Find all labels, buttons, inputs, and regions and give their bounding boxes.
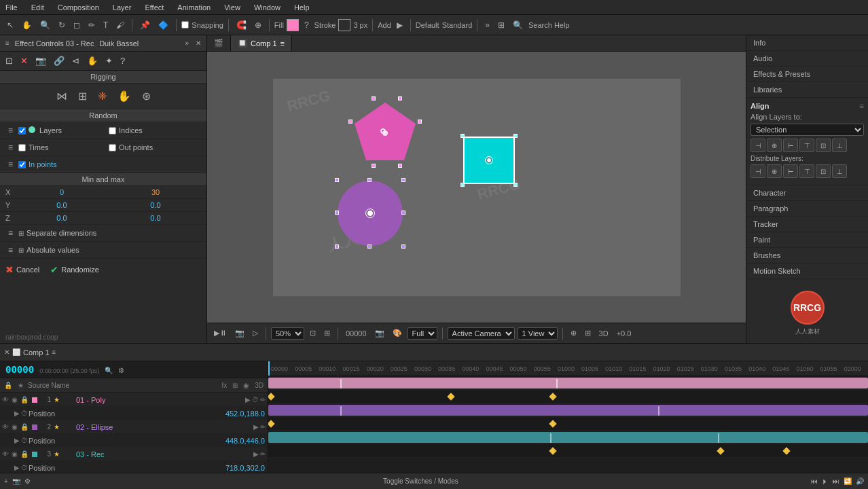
times-checkbox[interactable]: [18, 144, 26, 151]
inpoints-menu[interactable]: ≡: [5, 158, 16, 170]
viewer-ram-preview[interactable]: ▷: [250, 327, 261, 339]
rigging-icon-connector[interactable]: ⊛: [139, 88, 154, 105]
search-btn[interactable]: 🔍: [510, 19, 526, 31]
tool-roto[interactable]: 🔷: [156, 19, 171, 31]
paint-panel-item[interactable]: Paint: [746, 232, 868, 248]
workspace-icon[interactable]: ⊞: [495, 19, 507, 31]
layer-3-expand[interactable]: ▶: [253, 450, 259, 458]
comp-tab-comp1[interactable]: 🔲 Comp 1 ≡: [231, 35, 292, 51]
viewer-color-btn[interactable]: 🎨: [390, 327, 405, 339]
tool-brush[interactable]: 🖌: [113, 19, 127, 31]
rigging-icon-hand2[interactable]: ✋: [114, 88, 134, 105]
layer-3-position-value[interactable]: 718.0,302.0: [225, 464, 265, 472]
layer-1-solo[interactable]: ◉: [11, 396, 18, 403]
panel-expand-btn[interactable]: »: [183, 39, 190, 47]
tool-puppet[interactable]: 📌: [137, 19, 153, 31]
layer-2-lock[interactable]: 🔒: [20, 423, 29, 431]
layer-2-solo[interactable]: ◉: [11, 423, 18, 431]
align-bottom-btn[interactable]: ⊥: [832, 139, 847, 152]
align-center-v-btn[interactable]: ⊡: [816, 139, 831, 152]
rigging-icon-ik[interactable]: ⊞: [75, 88, 90, 105]
viewer-timecode-offset[interactable]: +0.0: [614, 328, 634, 339]
plugin-icon-help[interactable]: ?: [117, 54, 128, 67]
fill-info[interactable]: ?: [302, 19, 312, 31]
audio-panel-item[interactable]: Audio: [746, 51, 868, 67]
layer-2-pos-icon[interactable]: ⏱: [20, 437, 29, 444]
comp-tab-menu[interactable]: ≡: [281, 39, 285, 48]
paragraph-panel-item[interactable]: Paragraph: [746, 201, 868, 217]
dist-center-h-btn[interactable]: ⊕: [767, 164, 782, 178]
layers-checkbox[interactable]: [18, 127, 26, 134]
tool-pen[interactable]: ✏: [86, 19, 98, 31]
layer-motion-btn[interactable]: ⊞: [231, 381, 239, 390]
timeline-close-btn[interactable]: ✕: [4, 348, 10, 356]
outpoints-checkbox[interactable]: [109, 144, 116, 151]
menu-composition[interactable]: Composition: [55, 3, 102, 12]
panel-close-btn[interactable]: ✕: [194, 39, 202, 47]
layer-3-eye[interactable]: 👁: [1, 450, 10, 458]
tool-zoom[interactable]: 🔍: [37, 19, 53, 31]
z-min-val[interactable]: 0.0: [16, 214, 107, 222]
layer-3-solo[interactable]: ◉: [11, 450, 18, 458]
inpoints-checkbox[interactable]: [18, 161, 26, 168]
snapping-checkbox[interactable]: [181, 21, 189, 29]
cancel-button[interactable]: ✖ Cancel: [5, 264, 39, 275]
layer-1-position-value[interactable]: 452.0,188.0: [225, 410, 265, 418]
tool-transform[interactable]: ⊕: [252, 19, 264, 31]
tl-settings[interactable]: ⚙: [24, 477, 31, 485]
y-max-val[interactable]: 0.0: [110, 201, 201, 209]
plugin-icon-camera[interactable]: 📷: [33, 54, 49, 67]
effects-presets-panel-item[interactable]: Effects & Presets: [746, 67, 868, 82]
plugin-icon-1[interactable]: ⊡: [3, 54, 16, 67]
layer-solo-btn[interactable]: ★: [16, 381, 25, 390]
tl-rewind[interactable]: ⏮: [811, 477, 818, 485]
layer-3d-btn[interactable]: 3D: [253, 381, 265, 390]
info-panel-item[interactable]: Info: [746, 35, 868, 51]
tl-add-layer[interactable]: +: [4, 477, 8, 485]
abs-val-menu[interactable]: ≡: [5, 244, 16, 256]
layer-1-lock[interactable]: 🔒: [20, 396, 29, 403]
menu-animation[interactable]: Animation: [175, 3, 213, 12]
plugin-icon-magic[interactable]: ✦: [103, 54, 115, 67]
tl-loop[interactable]: 🔁: [844, 477, 852, 485]
layer-2-edit[interactable]: ✏: [259, 423, 266, 431]
tl-audio[interactable]: 🔊: [856, 477, 864, 485]
viewer-fit[interactable]: ⊡: [307, 327, 319, 339]
align-menu[interactable]: ≡: [860, 102, 864, 110]
menu-help[interactable]: Help: [291, 3, 312, 12]
menu-layer[interactable]: Layer: [110, 3, 134, 12]
dist-bottom-btn[interactable]: ⊥: [832, 164, 847, 178]
viewer-snapshot[interactable]: 📷: [232, 327, 247, 339]
layer-3-lock[interactable]: 🔒: [20, 450, 29, 458]
tl-play[interactable]: ⏵: [822, 477, 829, 485]
layer-1-eye[interactable]: 👁: [1, 396, 10, 403]
toggle-switches-label[interactable]: Toggle Switches / Modes: [383, 477, 458, 485]
timecode-search[interactable]: 🔍: [105, 367, 113, 374]
menu-view[interactable]: View: [221, 3, 243, 12]
menu-effect[interactable]: Effect: [142, 3, 166, 12]
add-btn[interactable]: ▶: [394, 19, 405, 31]
dist-top-btn[interactable]: ⊤: [799, 164, 814, 178]
menu-edit[interactable]: Edit: [29, 3, 47, 12]
dist-left-btn[interactable]: ⊣: [751, 164, 765, 178]
panel-menu-btn[interactable]: ≡: [4, 39, 11, 47]
menu-file[interactable]: File: [3, 3, 20, 12]
viewer-camera-select[interactable]: Active Camera: [448, 327, 515, 340]
layer-2-position-value[interactable]: 448.0,446.0: [225, 437, 265, 445]
layer-2-eye[interactable]: 👁: [1, 423, 10, 431]
viewer-view-select[interactable]: 1 View: [518, 327, 558, 340]
libraries-panel-item[interactable]: Libraries: [746, 82, 868, 98]
x-min-val[interactable]: 0: [16, 188, 107, 196]
tool-hand[interactable]: ✋: [19, 19, 35, 31]
viewer-play-pause[interactable]: ▶⏸: [211, 327, 230, 339]
tool-rotate[interactable]: ↻: [56, 19, 68, 31]
dist-right-btn[interactable]: ⊢: [783, 164, 798, 178]
viewer-quality-select[interactable]: Full: [408, 327, 437, 340]
indices-checkbox[interactable]: [109, 127, 116, 134]
x-max-val[interactable]: 30: [110, 188, 201, 196]
rigging-icon-bones[interactable]: ⋈: [53, 88, 71, 105]
align-to-select[interactable]: Selection: [751, 124, 864, 136]
viewer-camera-btn[interactable]: 📷: [372, 327, 387, 339]
timecode-settings[interactable]: ⚙: [118, 367, 124, 374]
layer-2-pos-expand[interactable]: ▶: [14, 437, 20, 444]
